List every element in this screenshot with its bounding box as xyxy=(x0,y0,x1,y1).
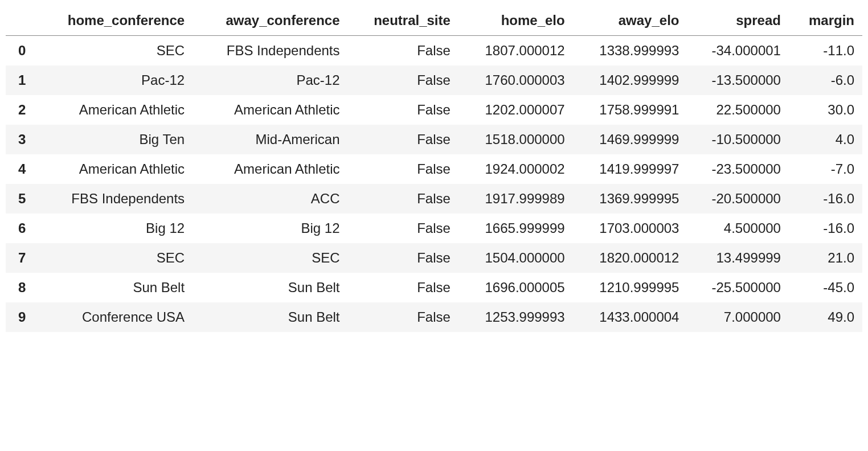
cell: Pac-12 xyxy=(34,65,193,95)
row-index: 0 xyxy=(6,36,34,66)
cell: 4.500000 xyxy=(687,214,788,243)
cell: 1758.999991 xyxy=(573,95,687,125)
cell: SEC xyxy=(34,243,193,273)
cell: -16.0 xyxy=(789,214,862,243)
cell: 21.0 xyxy=(789,243,862,273)
row-index: 1 xyxy=(6,65,34,95)
cell: False xyxy=(348,36,458,66)
cell: Mid-American xyxy=(193,125,347,154)
cell: 7.000000 xyxy=(687,302,788,332)
table-row: 6 Big 12 Big 12 False 1665.999999 1703.0… xyxy=(6,214,862,243)
cell: American Athletic xyxy=(193,154,347,184)
table-row: 9 Conference USA Sun Belt False 1253.999… xyxy=(6,302,862,332)
cell: False xyxy=(348,95,458,125)
cell: False xyxy=(348,302,458,332)
table-row: 2 American Athletic American Athletic Fa… xyxy=(6,95,862,125)
cell: -25.500000 xyxy=(687,273,788,302)
cell: False xyxy=(348,154,458,184)
cell: False xyxy=(348,243,458,273)
cell: 1210.999995 xyxy=(573,273,687,302)
cell: Big 12 xyxy=(34,214,193,243)
cell: 1253.999993 xyxy=(458,302,573,332)
cell: 1703.000003 xyxy=(573,214,687,243)
cell: 1665.999999 xyxy=(458,214,573,243)
cell: Sun Belt xyxy=(193,273,347,302)
row-index: 2 xyxy=(6,95,34,125)
cell: 1820.000012 xyxy=(573,243,687,273)
cell: 1338.999993 xyxy=(573,36,687,66)
cell: 4.0 xyxy=(789,125,862,154)
cell: False xyxy=(348,184,458,214)
cell: 1924.000002 xyxy=(458,154,573,184)
cell: -16.0 xyxy=(789,184,862,214)
cell: American Athletic xyxy=(193,95,347,125)
cell: False xyxy=(348,125,458,154)
cell: 1760.000003 xyxy=(458,65,573,95)
cell: 1917.999989 xyxy=(458,184,573,214)
cell: FBS Independents xyxy=(193,36,347,66)
col-header: away_conference xyxy=(193,6,347,36)
row-index: 6 xyxy=(6,214,34,243)
row-index: 4 xyxy=(6,154,34,184)
table-header-row: home_conference away_conference neutral_… xyxy=(6,6,862,36)
cell: False xyxy=(348,65,458,95)
cell: False xyxy=(348,273,458,302)
table-row: 7 SEC SEC False 1504.000000 1820.000012 … xyxy=(6,243,862,273)
cell: 1402.999999 xyxy=(573,65,687,95)
cell: -7.0 xyxy=(789,154,862,184)
col-header: neutral_site xyxy=(348,6,458,36)
cell: 1469.999999 xyxy=(573,125,687,154)
cell: Pac-12 xyxy=(193,65,347,95)
col-header: spread xyxy=(687,6,788,36)
cell: Sun Belt xyxy=(193,302,347,332)
cell: Big 12 xyxy=(193,214,347,243)
col-header: home_conference xyxy=(34,6,193,36)
col-header: home_elo xyxy=(458,6,573,36)
cell: 30.0 xyxy=(789,95,862,125)
cell: 1419.999997 xyxy=(573,154,687,184)
cell: American Athletic xyxy=(34,95,193,125)
cell: 49.0 xyxy=(789,302,862,332)
cell: Sun Belt xyxy=(34,273,193,302)
cell: 22.500000 xyxy=(687,95,788,125)
cell: FBS Independents xyxy=(34,184,193,214)
cell: 13.499999 xyxy=(687,243,788,273)
row-index: 7 xyxy=(6,243,34,273)
cell: Conference USA xyxy=(34,302,193,332)
cell: -10.500000 xyxy=(687,125,788,154)
cell: -34.000001 xyxy=(687,36,788,66)
table-row: 5 FBS Independents ACC False 1917.999989… xyxy=(6,184,862,214)
row-index: 5 xyxy=(6,184,34,214)
row-index: 3 xyxy=(6,125,34,154)
col-header: margin xyxy=(789,6,862,36)
cell: False xyxy=(348,214,458,243)
table-row: 4 American Athletic American Athletic Fa… xyxy=(6,154,862,184)
cell: -6.0 xyxy=(789,65,862,95)
cell: -45.0 xyxy=(789,273,862,302)
table-row: 3 Big Ten Mid-American False 1518.000000… xyxy=(6,125,862,154)
data-table: home_conference away_conference neutral_… xyxy=(6,6,862,332)
table-row: 8 Sun Belt Sun Belt False 1696.000005 12… xyxy=(6,273,862,302)
cell: -13.500000 xyxy=(687,65,788,95)
cell: -11.0 xyxy=(789,36,862,66)
cell: -20.500000 xyxy=(687,184,788,214)
row-index: 8 xyxy=(6,273,34,302)
cell: 1504.000000 xyxy=(458,243,573,273)
cell: ACC xyxy=(193,184,347,214)
table-row: 1 Pac-12 Pac-12 False 1760.000003 1402.9… xyxy=(6,65,862,95)
cell: American Athletic xyxy=(34,154,193,184)
cell: SEC xyxy=(193,243,347,273)
index-header xyxy=(6,6,34,36)
cell: SEC xyxy=(34,36,193,66)
table-row: 0 SEC FBS Independents False 1807.000012… xyxy=(6,36,862,66)
cell: 1433.000004 xyxy=(573,302,687,332)
cell: 1518.000000 xyxy=(458,125,573,154)
cell: -23.500000 xyxy=(687,154,788,184)
row-index: 9 xyxy=(6,302,34,332)
cell: 1369.999995 xyxy=(573,184,687,214)
cell: 1696.000005 xyxy=(458,273,573,302)
cell: 1202.000007 xyxy=(458,95,573,125)
cell: Big Ten xyxy=(34,125,193,154)
cell: 1807.000012 xyxy=(458,36,573,66)
col-header: away_elo xyxy=(573,6,687,36)
